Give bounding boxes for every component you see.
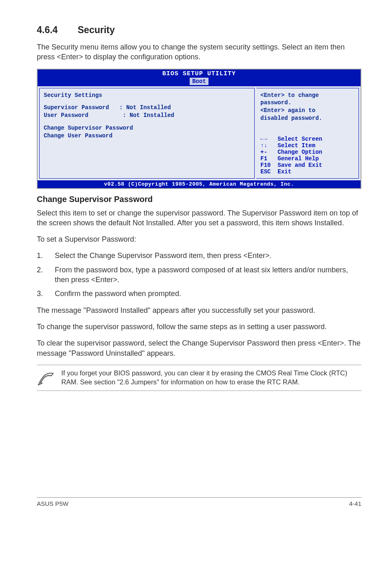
section-heading: 4.6.4Security (37, 25, 361, 36)
bios-help-key: F10 (260, 162, 278, 168)
bios-help-label: Select Screen (278, 136, 322, 142)
bios-body: Security Settings Supervisor Password : … (38, 86, 361, 180)
bios-left-heading: Security Settings (44, 92, 250, 99)
list-item: 2.From the password box, type a password… (37, 265, 361, 285)
bios-supervisor-value: : Not Installed (119, 104, 171, 111)
bios-desc-line: <Enter> to change (260, 92, 354, 99)
bios-help-row: F10Save and Exit (260, 162, 354, 168)
bios-item-change-supervisor[interactable]: Change Supervisor Password (44, 124, 250, 132)
bios-help-row: F1General Help (260, 155, 354, 162)
bios-help-label: Change Option (278, 149, 322, 155)
bios-help-row: ESCExit (260, 168, 354, 175)
bios-help-row: +-Change Option (260, 149, 354, 155)
bios-help-key: F1 (260, 155, 278, 162)
bios-help-key: ↑↓ (260, 142, 278, 149)
bios-item-change-user[interactable]: Change User Password (44, 132, 250, 140)
bios-help-row: ↑↓Select Item (260, 142, 354, 149)
list-item: 3.Confirm the password when prompted. (37, 289, 361, 298)
bios-help-row: ←→Select Screen (260, 136, 354, 142)
bios-tab-boot[interactable]: Boot (189, 77, 209, 85)
bios-help-label: Exit (278, 168, 291, 175)
list-item-text: Select the Change Supervisor Password it… (55, 251, 271, 260)
intro-paragraph: The Security menu items allow you to cha… (37, 42, 361, 62)
bios-title: BIOS SETUP UTILITY (38, 70, 361, 77)
bios-left-panel: Security Settings Supervisor Password : … (39, 88, 255, 179)
footer-left: ASUS P5W (37, 500, 69, 507)
bios-help-label: Select Item (278, 142, 315, 149)
body-paragraph: Select this item to set or change the su… (37, 208, 361, 228)
bios-right-panel: <Enter> to change password. <Enter> agai… (256, 88, 359, 179)
bios-help-key: +- (260, 149, 278, 155)
bios-screenshot: BIOS SETUP UTILITY Boot Security Setting… (37, 69, 361, 189)
bios-help-key: ESC (260, 168, 278, 175)
bios-footer: v02.58 (C)Copyright 1985-2005, American … (38, 180, 361, 188)
note-text: If you forget your BIOS password, you ca… (61, 368, 361, 387)
list-item-text: From the password box, type a password c… (55, 265, 361, 285)
bios-desc-line: password. (260, 99, 354, 107)
bios-row-supervisor: Supervisor Password : Not Installed (44, 104, 250, 112)
bios-row-user: User Password : Not Installed (44, 112, 250, 119)
bios-desc-line: <Enter> again to (260, 107, 354, 114)
list-item-number: 3. (37, 289, 55, 298)
body-paragraph: To clear the supervisor password, select… (37, 338, 361, 358)
list-item-number: 1. (37, 251, 55, 260)
footer-right: 4-41 (349, 500, 361, 507)
bios-user-value: : Not Installed (123, 112, 174, 119)
list-item-number: 2. (37, 265, 55, 285)
bios-help-label: General Help (278, 155, 319, 162)
bios-supervisor-label: Supervisor Password (44, 104, 109, 111)
bios-desc-line: disabled password. (260, 114, 354, 122)
body-paragraph: To change the supervisor password, follo… (37, 322, 361, 332)
body-paragraph: The message "Password Installed" appears… (37, 305, 361, 315)
bios-help-block: ←→Select Screen ↑↓Select Item +-Change O… (260, 136, 354, 175)
bios-user-label: User Password (44, 112, 88, 119)
pencil-icon (38, 368, 61, 387)
subsection-heading: Change Supervisor Password (37, 195, 361, 204)
page-footer: ASUS P5W 4-41 (37, 497, 361, 507)
list-item: 1.Select the Change Supervisor Password … (37, 251, 361, 260)
bios-description: <Enter> to change password. <Enter> agai… (260, 92, 354, 123)
body-paragraph: To set a Supervisor Password: (37, 234, 361, 244)
note-box: If you forget your BIOS password, you ca… (37, 365, 361, 391)
steps-list: 1.Select the Change Supervisor Password … (37, 251, 361, 298)
section-title: Security (78, 25, 115, 35)
bios-help-key: ←→ (260, 136, 278, 142)
section-number: 4.6.4 (37, 25, 78, 36)
bios-help-label: Save and Exit (278, 162, 322, 168)
list-item-text: Confirm the password when prompted. (55, 289, 181, 298)
bios-tab-bar: Boot (38, 77, 361, 86)
